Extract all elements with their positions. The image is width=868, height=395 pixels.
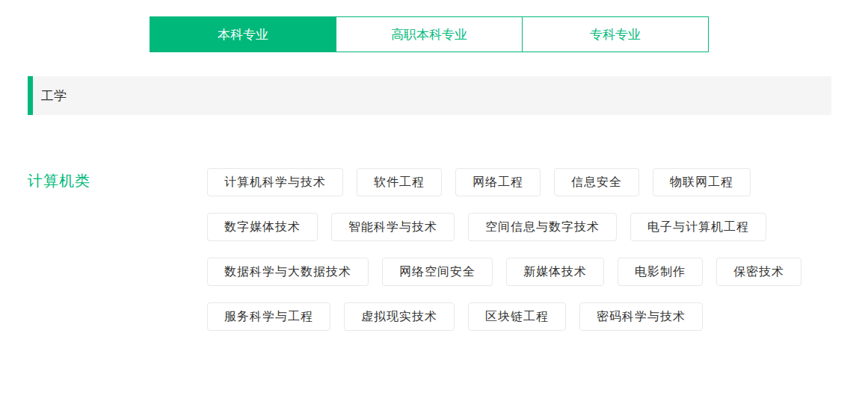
major-chip[interactable]: 新媒体技术 [506, 258, 604, 286]
tab-bar: 本科专业高职本科专业专科专业 [150, 16, 709, 52]
major-chip[interactable]: 网络工程 [455, 168, 541, 196]
major-chip[interactable]: 信息安全 [554, 168, 639, 196]
section-title: 工学 [41, 87, 67, 105]
major-chip[interactable]: 数据科学与大数据技术 [207, 258, 369, 286]
tab-undergraduate[interactable]: 本科专业 [150, 16, 336, 52]
major-chip[interactable]: 服务科学与工程 [207, 302, 330, 331]
tab-junior-college[interactable]: 专科专业 [522, 16, 709, 52]
major-chip[interactable]: 智能科学与技术 [331, 213, 455, 241]
major-chip[interactable]: 数字媒体技术 [207, 213, 318, 241]
accent-bar [28, 76, 33, 115]
major-chip[interactable]: 保密技术 [716, 258, 801, 286]
major-chip[interactable]: 区块链工程 [468, 302, 566, 331]
section-header: 工学 [28, 76, 831, 115]
major-chip[interactable]: 密码科学与技术 [579, 302, 703, 331]
major-chip[interactable]: 物联网工程 [653, 168, 751, 196]
major-chip[interactable]: 网络空间安全 [382, 258, 493, 286]
major-chip[interactable]: 电子与计算机工程 [630, 213, 766, 241]
major-chip[interactable]: 空间信息与数字技术 [468, 213, 617, 241]
major-chip[interactable]: 电影制作 [618, 258, 703, 286]
major-chip[interactable]: 软件工程 [357, 168, 442, 196]
category-label: 计算机类 [28, 171, 90, 191]
major-chip[interactable]: 虚拟现实技术 [344, 302, 455, 331]
major-list: 计算机科学与技术软件工程网络工程信息安全物联网工程数字媒体技术智能科学与技术空间… [207, 168, 816, 331]
tab-vocational-undergraduate[interactable]: 高职本科专业 [336, 16, 523, 52]
major-chip[interactable]: 计算机科学与技术 [207, 168, 343, 196]
